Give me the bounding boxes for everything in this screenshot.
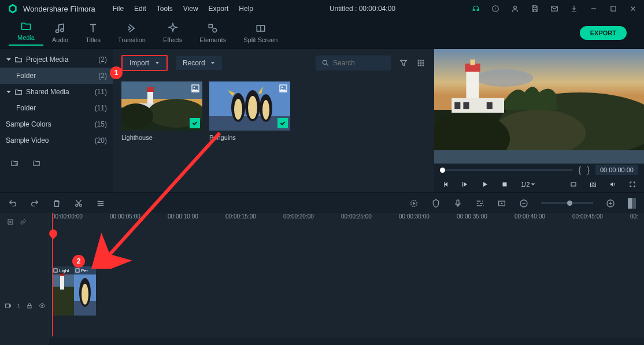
svg-rect-9 [418,60,420,62]
grid-view-icon[interactable] [416,58,425,68]
sidebar-item-sample-video[interactable]: Sample Video (20) [0,132,113,149]
zoom-handle[interactable] [567,201,572,206]
zoom-out-icon[interactable] [519,199,528,208]
lock-icon[interactable] [26,302,33,309]
play-pause-icon[interactable] [462,181,469,188]
folder-icon [20,20,32,32]
svg-rect-76 [54,269,57,272]
tab-split-screen[interactable]: Split Screen [235,23,286,43]
sidebar-item-count: (2) [98,72,107,80]
undo-icon[interactable] [8,199,17,208]
scrubber-handle[interactable] [440,168,445,173]
maximize-icon[interactable] [609,5,617,13]
link-icon[interactable] [20,218,27,225]
visibility-icon[interactable] [39,302,46,309]
video-track-header: 1 [0,285,49,326]
mail-icon[interactable] [550,5,558,13]
delete-icon[interactable] [52,199,61,208]
info-icon[interactable]: ! [491,5,499,13]
timeline-toolbar [0,192,644,213]
sidebar-item-folder[interactable]: Folder (2) [0,68,113,84]
shapes-icon [207,23,219,34]
settings-icon[interactable] [96,199,105,208]
render-icon[interactable] [409,199,419,208]
menu-bar: File Edit Tools View Export Help [113,5,253,13]
media-clip-penguins[interactable]: Penguins [209,81,290,141]
user-icon[interactable] [511,5,519,13]
import-dropdown[interactable]: Import [121,55,168,71]
filter-icon[interactable] [399,58,408,68]
search-box[interactable] [316,55,391,71]
svg-rect-48 [487,102,493,109]
close-icon[interactable] [629,5,637,13]
timeline-tracks[interactable]: 00:00:00:00 00:00:05:00 00:00:10:00 00:0… [49,213,644,345]
timeline-ruler[interactable]: 00:00:00:00 00:00:05:00 00:00:10:00 00:0… [49,213,644,231]
crop-icon[interactable] [497,199,506,208]
main-content: Project Media (2) Folder (2) Shared Medi… [0,49,644,192]
zoom-in-icon[interactable] [606,199,615,208]
menu-tools[interactable]: Tools [157,5,173,13]
timeline-clip-penguins[interactable]: Per [74,266,96,316]
timeline-clip-lighthouse[interactable]: Light [52,266,74,316]
minimize-icon[interactable] [590,5,598,13]
tab-transition[interactable]: Transition [109,23,154,43]
panel-toggle-icon[interactable] [628,198,636,209]
redo-icon[interactable] [30,199,39,208]
sidebar-item-sample-colors[interactable]: Sample Colors (15) [0,116,113,132]
menu-file[interactable]: File [113,5,124,13]
new-folder-icon[interactable] [10,159,18,167]
tab-titles[interactable]: Titles [77,23,109,43]
mark-in-icon[interactable]: { [579,165,582,175]
tab-media[interactable]: Media [9,20,43,46]
playhead[interactable] [52,213,53,336]
menu-edit[interactable]: Edit [134,5,146,13]
sidebar-item-label: Folder [16,72,98,80]
menu-view[interactable]: View [183,5,198,13]
download-icon[interactable] [570,5,578,13]
tab-audio-label: Audio [52,36,68,43]
sidebar-item-project-media[interactable]: Project Media (2) [0,51,113,68]
headphones-icon[interactable] [472,5,480,13]
stop-icon[interactable] [501,181,508,188]
search-input[interactable] [333,59,385,67]
aspect-icon[interactable] [570,181,577,188]
sidebar-item-count: (2) [98,55,107,64]
mark-out-icon[interactable]: } [587,165,590,175]
audio-mixer-icon[interactable] [475,199,484,208]
timeline-scrollbar[interactable] [49,338,644,345]
record-dropdown[interactable]: Record [176,56,222,70]
tab-elements[interactable]: Elements [191,23,235,43]
tab-effects[interactable]: Effects [154,23,191,43]
volume-icon[interactable] [609,181,616,188]
media-clip-lighthouse[interactable]: Lighthouse [121,81,202,141]
sidebar-item-shared-media[interactable]: Shared Media (11) [0,84,113,100]
scrubber-track[interactable] [440,169,573,171]
cut-icon[interactable] [74,199,83,208]
export-button[interactable]: EXPORT [580,26,627,40]
svg-rect-22 [147,87,154,92]
play-icon[interactable] [482,181,488,188]
chevron-down-icon [6,89,12,95]
playback-speed-dropdown[interactable]: 1/2 [521,181,535,188]
tab-audio[interactable]: Audio [43,23,77,43]
sidebar-item-count: (20) [95,136,107,144]
menu-export[interactable]: Export [209,5,229,13]
sparkle-icon [167,23,179,34]
ruler-tick: 00: [630,213,638,220]
split-icon [255,23,267,34]
fullscreen-icon[interactable] [629,181,636,188]
timeline-clip-label: Per [81,268,88,273]
svg-point-35 [262,100,269,120]
folder-icon[interactable] [32,159,40,167]
add-track-icon[interactable] [7,218,14,225]
snapshot-icon[interactable] [590,181,597,188]
ruler-tick: 00:00:05:00 [110,213,140,220]
zoom-slider[interactable] [541,202,593,204]
menu-help[interactable]: Help [239,5,253,13]
voiceover-icon[interactable] [453,199,462,208]
preview-panel: { } 00:00:00:00 1/2 [434,49,644,192]
save-icon[interactable] [531,5,539,13]
marker-icon[interactable] [431,199,441,208]
prev-frame-icon[interactable] [442,181,449,188]
sidebar-item-shared-folder[interactable]: Folder (11) [0,100,113,116]
